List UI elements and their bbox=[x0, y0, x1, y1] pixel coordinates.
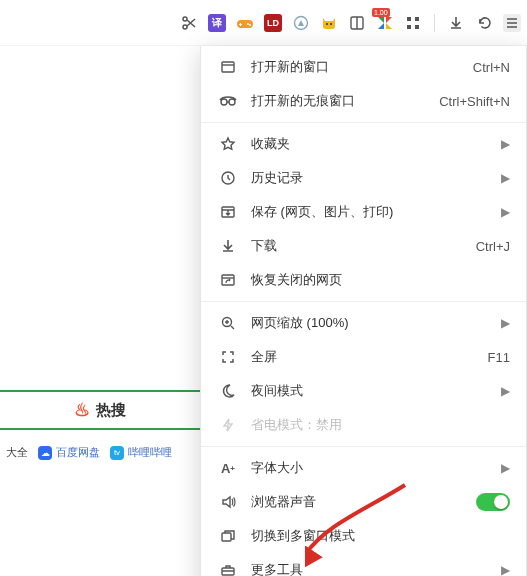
bg-link-daquan[interactable]: 大全 bbox=[6, 445, 28, 460]
chevron-right-icon: ▶ bbox=[501, 316, 510, 330]
bg-link-bilibili[interactable]: tv 哔哩哔哩 bbox=[110, 445, 172, 460]
menu-more-tools[interactable]: 更多工具 ▶ bbox=[201, 553, 526, 576]
svg-rect-22 bbox=[222, 533, 231, 541]
undo-icon[interactable] bbox=[475, 14, 493, 32]
menu-reopen-closed-label: 恢复关闭的网页 bbox=[251, 271, 342, 289]
bili-logo-icon: tv bbox=[110, 446, 124, 460]
bg-link-bilibili-label: 哔哩哔哩 bbox=[128, 445, 172, 460]
toolbox-icon bbox=[219, 561, 237, 576]
sound-toggle-on[interactable] bbox=[476, 493, 510, 511]
menu-zoom-label: 网页缩放 (100%) bbox=[251, 314, 349, 332]
menu-new-window-label: 打开新的窗口 bbox=[251, 58, 329, 76]
svg-point-5 bbox=[247, 23, 249, 25]
chevron-right-icon: ▶ bbox=[501, 384, 510, 398]
chevron-right-icon: ▶ bbox=[501, 137, 510, 151]
svg-rect-13 bbox=[407, 25, 411, 29]
menu-new-window[interactable]: 打开新的窗口 Ctrl+N bbox=[201, 50, 526, 84]
bg-link-row: 大全 ☁ 百度网盘 tv 哔哩哔哩 bbox=[0, 445, 200, 460]
scissors-icon[interactable] bbox=[180, 14, 198, 32]
power-icon bbox=[219, 416, 237, 434]
menu-favorites-label: 收藏夹 bbox=[251, 135, 290, 153]
reopen-icon bbox=[219, 271, 237, 289]
menu-sound-label: 浏览器声音 bbox=[251, 493, 316, 511]
svg-point-0 bbox=[183, 17, 187, 21]
menu-multiwindow[interactable]: 切换到多窗口模式 bbox=[201, 519, 526, 553]
book-icon[interactable] bbox=[348, 14, 366, 32]
menu-reopen-closed[interactable]: 恢复关闭的网页 bbox=[201, 263, 526, 297]
chevron-right-icon: ▶ bbox=[501, 171, 510, 185]
svg-rect-15 bbox=[222, 62, 234, 72]
flame-icon: ♨ bbox=[74, 399, 90, 421]
menu-night-label: 夜间模式 bbox=[251, 382, 303, 400]
menu-new-incognito[interactable]: 打开新的无痕窗口 Ctrl+Shift+N bbox=[201, 84, 526, 118]
menu-save[interactable]: 保存 (网页、图片、打印) ▶ bbox=[201, 195, 526, 229]
svg-point-6 bbox=[249, 24, 251, 26]
menu-favorites[interactable]: 收藏夹 ▶ bbox=[201, 127, 526, 161]
bg-link-baidu[interactable]: ☁ 百度网盘 bbox=[38, 445, 100, 460]
browser-toolbar: 译 LD 1.00 bbox=[0, 0, 527, 46]
window-icon bbox=[219, 58, 237, 76]
fullscreen-icon bbox=[219, 348, 237, 366]
menu-icon[interactable] bbox=[503, 14, 521, 32]
zoom-icon bbox=[219, 314, 237, 332]
baidu-logo-icon: ☁ bbox=[38, 446, 52, 460]
menu-divider bbox=[201, 301, 526, 302]
svg-rect-11 bbox=[407, 17, 411, 21]
main-menu-dropdown: 打开新的窗口 Ctrl+N 打开新的无痕窗口 Ctrl+Shift+N 收藏夹 … bbox=[200, 46, 527, 576]
menu-new-window-hotkey: Ctrl+N bbox=[473, 60, 510, 75]
svg-rect-12 bbox=[415, 17, 419, 21]
save-icon bbox=[219, 203, 237, 221]
menu-history[interactable]: 历史记录 ▶ bbox=[201, 161, 526, 195]
chevron-right-icon: ▶ bbox=[501, 563, 510, 576]
menu-power-label: 省电模式：禁用 bbox=[251, 416, 342, 434]
apps-icon[interactable] bbox=[404, 14, 422, 32]
cat-icon[interactable] bbox=[320, 14, 338, 32]
compass-icon[interactable] bbox=[292, 14, 310, 32]
gamepad-icon[interactable] bbox=[236, 14, 254, 32]
hot-search-label: 热搜 bbox=[96, 401, 126, 420]
menu-downloads[interactable]: 下载 Ctrl+J bbox=[201, 229, 526, 263]
menu-power-save: 省电模式：禁用 bbox=[201, 408, 526, 442]
toolbar-separator bbox=[434, 14, 435, 32]
adblock-icon[interactable]: LD bbox=[264, 14, 282, 32]
incognito-icon bbox=[219, 92, 237, 110]
chevron-right-icon: ▶ bbox=[501, 205, 510, 219]
clock-icon bbox=[219, 169, 237, 187]
menu-browser-sound[interactable]: 浏览器声音 bbox=[201, 485, 526, 519]
svg-point-1 bbox=[183, 25, 187, 29]
bg-link-baidu-label: 百度网盘 bbox=[56, 445, 100, 460]
menu-divider bbox=[201, 122, 526, 123]
shop-icon[interactable]: 1.00 bbox=[376, 14, 394, 32]
translate-icon[interactable]: 译 bbox=[208, 14, 226, 32]
svg-point-16 bbox=[221, 99, 227, 105]
menu-fontsize[interactable]: A+ 字体大小 ▶ bbox=[201, 451, 526, 485]
multiwindow-icon bbox=[219, 527, 237, 545]
shop-badge: 1.00 bbox=[372, 8, 390, 17]
menu-fullscreen-hotkey: F11 bbox=[488, 350, 510, 365]
menu-new-incognito-hotkey: Ctrl+Shift+N bbox=[439, 94, 510, 109]
svg-point-17 bbox=[229, 99, 235, 105]
menu-fullscreen-label: 全屏 bbox=[251, 348, 277, 366]
speaker-icon bbox=[219, 493, 237, 511]
menu-save-label: 保存 (网页、图片、打印) bbox=[251, 203, 393, 221]
download-icon[interactable] bbox=[447, 14, 465, 32]
svg-rect-14 bbox=[415, 25, 419, 29]
menu-downloads-hotkey: Ctrl+J bbox=[476, 239, 510, 254]
svg-point-8 bbox=[326, 23, 328, 25]
menu-divider bbox=[201, 446, 526, 447]
svg-point-9 bbox=[330, 23, 332, 25]
svg-rect-4 bbox=[239, 24, 242, 25]
menu-night[interactable]: 夜间模式 ▶ bbox=[201, 374, 526, 408]
star-icon bbox=[219, 135, 237, 153]
menu-history-label: 历史记录 bbox=[251, 169, 303, 187]
menu-fullscreen[interactable]: 全屏 F11 bbox=[201, 340, 526, 374]
menu-multiwindow-label: 切换到多窗口模式 bbox=[251, 527, 355, 545]
fontsize-icon: A+ bbox=[219, 459, 237, 477]
hot-search-header: ♨ 热搜 bbox=[0, 390, 200, 430]
download-icon bbox=[219, 237, 237, 255]
moon-icon bbox=[219, 382, 237, 400]
menu-more-tools-label: 更多工具 bbox=[251, 561, 303, 576]
menu-zoom[interactable]: 网页缩放 (100%) ▶ bbox=[201, 306, 526, 340]
chevron-right-icon: ▶ bbox=[501, 461, 510, 475]
menu-new-incognito-label: 打开新的无痕窗口 bbox=[251, 92, 355, 110]
